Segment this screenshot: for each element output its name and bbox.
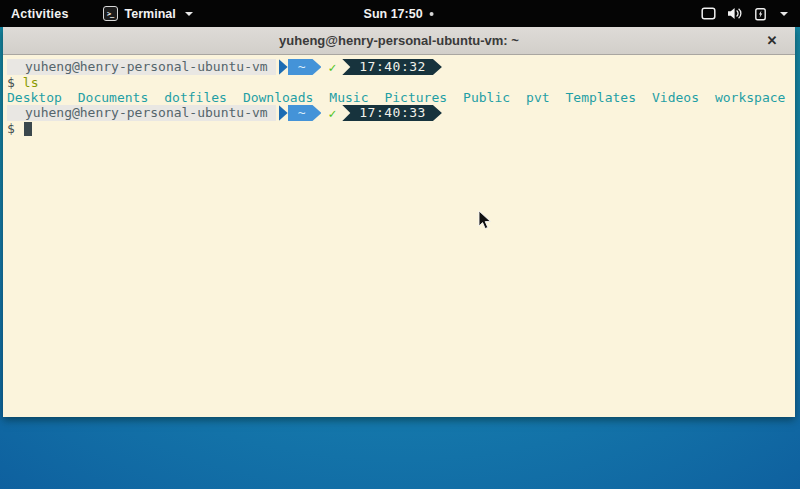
clock-label: Sun 17:50 — [364, 7, 423, 21]
terminal-content[interactable]: yuheng@henry-personal-ubuntu-vm ~ ✓ 17:4… — [3, 55, 795, 417]
activities-button[interactable]: Activities — [0, 0, 79, 27]
directory-name: Public — [463, 90, 510, 105]
prompt-symbol: $ — [7, 75, 15, 90]
battery-charging-icon — [754, 7, 767, 21]
system-tray-button[interactable] — [695, 0, 794, 27]
directory-name: dotfiles — [164, 90, 227, 105]
directory-name: Templates — [566, 90, 636, 105]
app-menu-button[interactable]: >_ Terminal — [93, 0, 203, 27]
app-menu-label: Terminal — [125, 7, 176, 21]
titlebar[interactable]: yuheng@henry-personal-ubuntu-vm: ~ ✕ — [3, 27, 795, 55]
prompt-user-host: yuheng@henry-personal-ubuntu-vm — [7, 59, 276, 75]
terminal-icon: >_ — [103, 6, 118, 21]
notification-dot-icon — [430, 12, 434, 16]
powerline-arrow-icon — [279, 105, 288, 121]
chevron-down-icon — [780, 12, 788, 16]
directory-name: Documents — [78, 90, 148, 105]
volume-icon — [727, 7, 743, 20]
directory-name: Music — [329, 90, 368, 105]
prompt-line: yuheng@henry-personal-ubuntu-vm ~ ✓ 17:4… — [7, 105, 795, 121]
directory-name: Downloads — [243, 90, 313, 105]
terminal-window: yuheng@henry-personal-ubuntu-vm: ~ ✕ yuh… — [3, 27, 795, 417]
powerline-arrow-icon — [279, 59, 288, 75]
status-check-icon: ✓ — [328, 60, 336, 75]
chevron-down-icon — [185, 12, 193, 16]
ls-output-line: Desktop Documents dotfiles Downloads Mus… — [7, 90, 795, 105]
prompt-cwd: ~ — [288, 105, 322, 121]
directory-name: Pictures — [384, 90, 447, 105]
prompt-time: 17:40:32 — [342, 59, 442, 75]
prompt-symbol: $ — [7, 121, 15, 136]
window-title: yuheng@henry-personal-ubuntu-vm: ~ — [279, 33, 519, 48]
command-line: $ ls — [7, 75, 795, 90]
directory-name: pvt — [526, 90, 549, 105]
topbar-left: Activities >_ Terminal — [0, 0, 203, 27]
directory-name: Desktop — [7, 90, 62, 105]
close-button[interactable]: ✕ — [763, 32, 781, 50]
display-icon — [701, 7, 716, 20]
clock-button[interactable]: Sun 17:50 — [364, 0, 434, 27]
status-check-icon: ✓ — [328, 106, 336, 121]
directory-name: Videos — [652, 90, 699, 105]
prompt-time: 17:40:33 — [342, 105, 442, 121]
input-line: $ — [7, 121, 795, 136]
directory-name: workspace — [715, 90, 785, 105]
prompt-cwd: ~ — [288, 59, 322, 75]
text-cursor — [24, 122, 32, 136]
prompt-line: yuheng@henry-personal-ubuntu-vm ~ ✓ 17:4… — [7, 59, 795, 75]
typed-command: ls — [23, 75, 39, 90]
top-bar: Activities >_ Terminal Sun 17:50 — [0, 0, 800, 27]
prompt-user-host: yuheng@henry-personal-ubuntu-vm — [7, 105, 276, 121]
